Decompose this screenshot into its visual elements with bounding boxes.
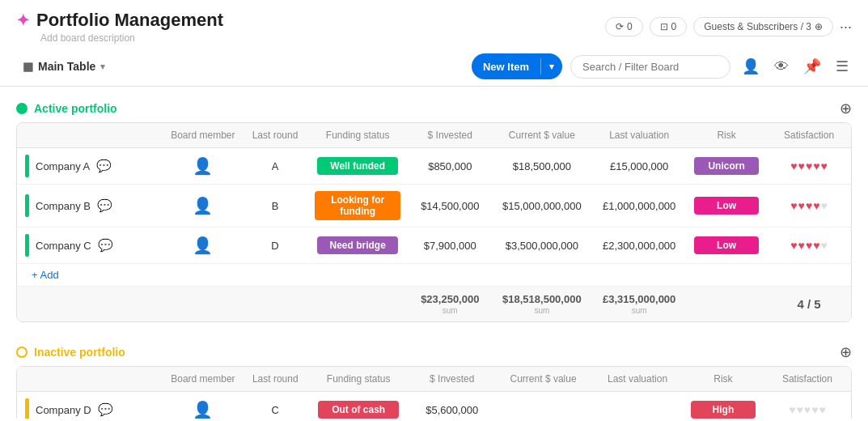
funding-status-cell[interactable]: Out of cash: [307, 392, 410, 419]
risk-badge[interactable]: Low: [694, 236, 759, 254]
filter-icon-button[interactable]: ☰: [832, 56, 852, 77]
table-selector[interactable]: ▦ Main Table ▾: [16, 57, 112, 76]
integrations-count: 0: [671, 21, 677, 32]
add-row[interactable]: + Add: [17, 264, 851, 287]
risk-badge[interactable]: High: [691, 401, 756, 419]
risk-cell[interactable]: Unicorn: [686, 148, 767, 185]
active-table-container: Board member Last round Funding status $…: [16, 122, 852, 322]
sum-row: $23,250,000sum $18,518,500,000sum £3,315…: [17, 287, 851, 322]
group-inactive-label: Inactive portfolio: [34, 346, 125, 359]
new-item-button[interactable]: New Item ▾: [472, 53, 562, 79]
chat-icon[interactable]: 💬: [98, 238, 113, 253]
integrations-icon: ⊡: [660, 21, 668, 32]
new-item-dropdown-arrow[interactable]: ▾: [541, 62, 562, 72]
risk-cell[interactable]: Low: [686, 185, 767, 228]
group-active-label: Active portfolio: [34, 102, 117, 115]
group-inactive-add-button[interactable]: ⊕: [840, 343, 852, 361]
header-actions: ⟳ 0 ⊡ 0 Guests & Subscribers / 3 ⊕ ···: [605, 17, 852, 36]
automations-count: 0: [627, 21, 633, 32]
table-row[interactable]: Company A 💬 👤 A Well funded $850,000 $18…: [17, 148, 851, 185]
satisfaction-cell: ♥♥♥♥♥: [767, 148, 851, 185]
automations-button[interactable]: ⟳ 0: [605, 17, 643, 36]
funding-status-badge[interactable]: Out of cash: [318, 401, 399, 419]
company-name-cell: Company B 💬: [17, 185, 163, 228]
app-header: ✦ Portfolio Management Add board descrip…: [0, 0, 868, 87]
group-active-add-button[interactable]: ⊕: [840, 100, 852, 117]
col-current-header: Current $ value: [492, 123, 593, 148]
table-row[interactable]: Company D 💬 👤 C Out of cash $5,600,000 H…: [17, 392, 851, 419]
add-row-label[interactable]: + Add: [17, 264, 851, 287]
risk-badge[interactable]: Low: [694, 197, 759, 215]
company-name: Company A: [36, 160, 90, 172]
pin-icon-button[interactable]: 📌: [800, 56, 824, 77]
inactive-table: Board member Last round Funding status $…: [17, 367, 851, 419]
current-value-cell: $15,000,000,000: [492, 185, 593, 228]
col-board-header-inactive: Board member: [163, 367, 243, 392]
table-row[interactable]: Company C 💬 👤 D Need bridge $7,900,000 $…: [17, 228, 851, 264]
chat-icon[interactable]: 💬: [97, 198, 112, 213]
col-round-header: Last round: [243, 123, 307, 148]
invite-icon: ⊕: [815, 21, 823, 32]
guests-button[interactable]: Guests & Subscribers / 3 ⊕: [693, 17, 833, 36]
table-row[interactable]: Company B 💬 👤 B Looking for funding $14,…: [17, 185, 851, 228]
company-name: Company C: [36, 240, 91, 252]
last-round-cell: B: [243, 185, 307, 228]
risk-cell[interactable]: High: [683, 392, 764, 419]
company-name-cell: Company A 💬: [17, 148, 163, 185]
col-sat-header: Satisfaction: [767, 123, 851, 148]
funding-status-cell[interactable]: Looking for funding: [307, 185, 409, 228]
avatar-icon: 👤: [193, 157, 213, 175]
funding-status-cell[interactable]: Well funded: [307, 148, 409, 185]
current-value-cell: $3,500,000,000: [492, 228, 593, 264]
board-description[interactable]: Add board description: [16, 32, 223, 44]
col-risk-header-inactive: Risk: [683, 367, 764, 392]
col-current-header-inactive: Current $ value: [494, 367, 592, 392]
current-value-cell: [494, 392, 592, 419]
search-input[interactable]: [570, 55, 730, 79]
main-content: Active portfolio ⊕ Board member Last rou…: [0, 87, 868, 419]
inactive-table-container: Board member Last round Funding status $…: [16, 366, 852, 419]
funding-status-cell[interactable]: Need bridge: [307, 228, 409, 264]
sum-invested: $23,250,000: [417, 293, 483, 305]
chat-icon[interactable]: 💬: [98, 402, 113, 417]
more-options-button[interactable]: ···: [840, 19, 852, 36]
active-table-header: Board member Last round Funding status $…: [17, 123, 851, 148]
row-color-bar: [25, 234, 29, 257]
avatar-icon: 👤: [193, 197, 213, 215]
board-member-cell: 👤: [163, 228, 243, 264]
funding-status-badge[interactable]: Looking for funding: [315, 191, 400, 220]
col-round-header-inactive: Last round: [243, 367, 307, 392]
col-name-header-inactive: [17, 367, 163, 392]
col-invested-header: $ Invested: [409, 123, 491, 148]
table-label: Main Table: [38, 60, 95, 73]
user-icon-button[interactable]: 👤: [739, 56, 763, 77]
inactive-table-header: Board member Last round Funding status $…: [17, 367, 851, 392]
integrations-button[interactable]: ⊡ 0: [650, 17, 688, 36]
company-name: Company D: [36, 404, 91, 416]
current-value-cell: $18,500,000: [492, 148, 593, 185]
table-icon: ▦: [23, 60, 33, 73]
group-active-header: Active portfolio ⊕: [16, 95, 852, 122]
col-funding-header: Funding status: [307, 123, 409, 148]
last-valuation-cell: £1,000,000,000: [592, 185, 686, 228]
last-round-cell: D: [243, 228, 307, 264]
risk-cell[interactable]: Low: [686, 228, 767, 264]
satisfaction-cell: ♥♥♥♥♥: [767, 185, 851, 228]
company-name: Company B: [36, 200, 91, 212]
last-round-cell: C: [243, 392, 307, 419]
funding-status-badge[interactable]: Need bridge: [317, 236, 398, 254]
guests-label: Guests & Subscribers / 3: [704, 21, 811, 32]
chevron-down-icon: ▾: [100, 62, 105, 72]
chat-icon[interactable]: 💬: [96, 159, 112, 173]
col-name-header: [17, 123, 163, 148]
funding-status-badge[interactable]: Well funded: [317, 157, 398, 175]
last-round-cell: A: [243, 148, 307, 185]
risk-badge[interactable]: Unicorn: [694, 157, 759, 175]
col-risk-header: Risk: [686, 123, 767, 148]
active-table-body: Company A 💬 👤 A Well funded $850,000 $18…: [17, 148, 851, 322]
col-board-header: Board member: [163, 123, 243, 148]
toolbar-left: ▦ Main Table ▾: [16, 57, 112, 76]
satisfaction-cell: ♥♥♥♥♥: [764, 392, 851, 419]
sum-satisfaction: 4 / 5: [797, 297, 820, 311]
eye-icon-button[interactable]: 👁: [771, 57, 792, 77]
